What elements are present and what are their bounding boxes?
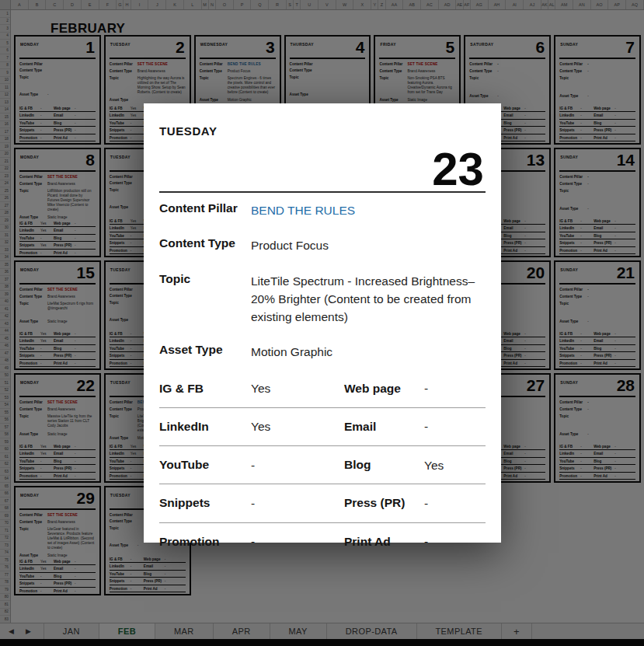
linkedin-label: LinkedIn [159,420,251,434]
youtube-value: - [251,456,344,474]
day-detail-card: TUESDAY 23 Content Pillar BEND THE RULES… [144,103,501,543]
modal-day-number: 23 [432,149,484,189]
modal-channel-row-linkedin: LinkedIn Yes Email - [159,408,486,446]
content-type-value: Product Focus [251,236,486,254]
topic-label: Topic [159,272,251,286]
blog-label: Blog [344,458,424,472]
modal-channel-row-igfb: IG & FB Yes Web page - [159,370,486,408]
printad-label: Print Ad [344,535,424,549]
modal-asset-type-row: Asset Type Motion Graphic [159,334,486,369]
modal-topic-row: Topic LiteTile Spectrum - Increased Brig… [159,264,486,335]
press-label: Press (PR) [344,496,424,510]
webpage-label: Web page [344,382,424,396]
modal-content-pillar-row: Content Pillar BEND THE RULES [159,193,486,228]
igfb-value: Yes [251,379,344,397]
modal-channel-row-promotion: Promotion - Print Ad - [159,523,486,560]
modal-day-name: TUESDAY [159,114,486,138]
youtube-label: YouTube [159,458,251,472]
webpage-value: - [424,379,486,397]
snippets-value: - [251,494,344,512]
modal-header: TUESDAY 23 [159,114,486,193]
email-value: - [424,417,486,435]
snippets-label: Snippets [159,496,251,510]
modal-channel-row-snippets: Snippets - Press (PR) - [159,484,486,522]
modal-content-type-row: Content Type Product Focus [159,228,486,263]
linkedin-value: Yes [251,417,344,435]
printad-value: - [424,533,486,550]
content-type-label: Content Type [159,236,251,250]
spreadsheet-window: ABCDEFGHIJKLMNOPQRSTUVWXYZAAABACADAEAFAG… [0,0,644,646]
blog-value: Yes [424,456,486,474]
promotion-value: - [251,533,344,550]
igfb-label: IG & FB [159,382,251,396]
modal-channel-row-youtube: YouTube - Blog Yes [159,446,486,484]
topic-value: LiteTile Spectrum - Increased Brightness… [251,272,486,326]
content-pillar-value: BEND THE RULES [251,201,486,219]
promotion-label: Promotion [159,535,251,549]
content-pillar-label: Content Pillar [159,201,251,215]
email-label: Email [344,420,424,434]
asset-type-value: Motion Graphic [251,343,486,361]
asset-type-label: Asset Type [159,343,251,357]
press-value: - [424,494,486,512]
